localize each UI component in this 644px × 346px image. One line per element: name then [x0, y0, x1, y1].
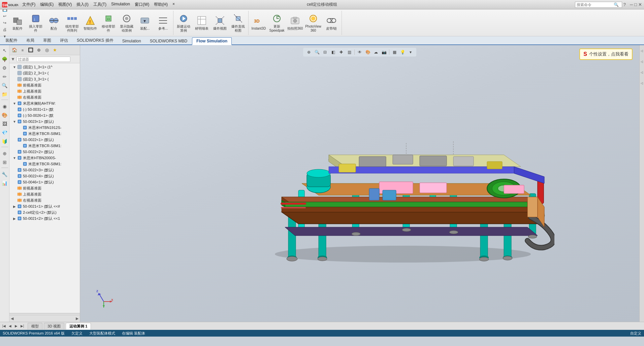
move-component-btn[interactable]: ↔ 移动零部件	[100, 12, 117, 34]
view-hide-show-btn[interactable]: 👁	[356, 48, 363, 56]
tree-tag-btn[interactable]: ⊕	[35, 46, 42, 54]
photoview-btn[interactable]: PhotoView 360	[304, 12, 322, 34]
tree-item[interactable]: 米思米HTBN1912S-	[9, 125, 80, 131]
filter-input[interactable]	[17, 57, 70, 62]
tree-item[interactable]: ▶50-0021<1> (默认 <<#	[9, 203, 80, 209]
view-camera-btn[interactable]: 📷	[380, 48, 388, 56]
help-icon[interactable]: ?	[623, 2, 626, 7]
tree-list-btn[interactable]: ≡	[19, 46, 26, 54]
nav-next[interactable]: ▶	[13, 323, 19, 329]
tab-layout[interactable]: 布局	[22, 37, 38, 44]
reference-btn[interactable]: 参考...	[154, 12, 172, 34]
status-custom[interactable]: 自定义	[630, 331, 641, 336]
menu-file[interactable]: 文件(F)	[20, 1, 37, 8]
minimize-btn[interactable]: ─	[630, 2, 633, 7]
sidebar-feature-tree[interactable]: 🌳	[1, 55, 9, 63]
view-zoom-prev-btn[interactable]: ⊟	[321, 48, 329, 56]
tree-scroll-left[interactable]: ◀	[11, 316, 13, 321]
redo-qa-btn[interactable]: ↪	[1, 20, 8, 26]
tab-evaluate[interactable]: 评估	[56, 37, 72, 44]
maximize-btn[interactable]: □	[634, 2, 637, 7]
belt-chain-btn[interactable]: 皮带/链	[323, 12, 340, 34]
tree-expand-arrow[interactable]: ▼	[12, 119, 17, 124]
view-orient-btn[interactable]: ⊕	[305, 48, 313, 56]
nav-first[interactable]: |◀	[1, 323, 7, 329]
nav-prev[interactable]: ◀	[7, 323, 13, 329]
search-input[interactable]	[577, 3, 614, 7]
view-lights-btn[interactable]: 💡	[399, 48, 406, 56]
insert-part-btn[interactable]: ↓ 插入零部件	[27, 12, 44, 34]
right-expand-btn2[interactable]: ◁	[640, 57, 644, 67]
popup-notification[interactable]: S 个性设置，点我看看	[579, 48, 633, 60]
instant3d-btn[interactable]: 3D Instant3D	[250, 12, 267, 34]
tree-item[interactable]: 2-cell定位<2> (默认)	[9, 209, 80, 215]
tree-filter-btn[interactable]: 🔲	[27, 46, 34, 54]
assembly-more-btn[interactable]: ▾ 装配...	[136, 12, 154, 34]
nav-last[interactable]: ▶|	[20, 323, 25, 329]
explode-view-btn[interactable]: 爆炸视图	[211, 12, 229, 34]
linear-pattern-btn[interactable]: 线性零部件阵列	[63, 12, 81, 34]
tree-item[interactable]: (-) 50-0031<1> (默	[9, 106, 80, 112]
tree-circle-btn[interactable]: ◎	[43, 46, 51, 54]
sidebar-appearances[interactable]: 💎	[1, 129, 9, 137]
tab-simulation[interactable]: Simulation	[118, 38, 145, 44]
tree-expand-arrow[interactable]: ▼	[12, 155, 17, 160]
tab-motion-study[interactable]: 运动算例 1	[66, 323, 91, 330]
tab-flow-simulation[interactable]: Flow Simulation	[192, 37, 232, 45]
right-expand-btn1[interactable]: ◁	[640, 46, 644, 56]
tree-scroll-right[interactable]: ▶	[76, 316, 78, 321]
tab-sw-addins[interactable]: SOLIDWORKS 插件	[73, 37, 118, 44]
tree-item[interactable]: ▼米思米HTBN2000S-	[9, 155, 80, 161]
close-btn[interactable]: ✕	[638, 2, 642, 7]
view-more-btn[interactable]: ▾	[407, 48, 414, 56]
bom-btn[interactable]: 材明细表	[193, 12, 211, 34]
view-appear-btn[interactable]: 🎨	[364, 48, 372, 56]
tree-item[interactable]: 前视基准面	[9, 82, 80, 88]
tab-sketch[interactable]: 草图	[39, 37, 55, 44]
sidebar-properties[interactable]: ⚙	[1, 64, 9, 72]
sidebar-folder[interactable]: 📁	[1, 90, 9, 98]
tree-expand-arrow[interactable]: ▼	[12, 65, 17, 69]
tree-expand-arrow[interactable]: ▼	[12, 101, 17, 106]
tab-sw-mbd[interactable]: SOLIDWORKS MBD	[146, 38, 191, 44]
tree-item[interactable]: 50-0022<1> (默认)	[9, 137, 80, 143]
mate-btn[interactable]: 配合	[45, 12, 63, 34]
tree-item[interactable]: 50-0022<4> (默认)	[9, 173, 80, 179]
new-motion-btn[interactable]: 新建运动算例	[175, 12, 192, 34]
tree-item[interactable]: 米思米TBCR-S8M1:	[9, 161, 80, 167]
sidebar-custom2[interactable]: ⊞	[1, 158, 9, 166]
3d-model[interactable]	[251, 99, 554, 268]
tree-item[interactable]: 米思米TBCR-S8M1:	[9, 131, 80, 137]
tree-item[interactable]: 50-0046<1> (默认)	[9, 179, 80, 185]
sidebar-search[interactable]: 🔍	[1, 81, 9, 90]
menu-window[interactable]: 窗口(W)	[133, 1, 151, 8]
right-expand-btn4[interactable]: ◁	[640, 78, 644, 88]
view-zoom-to-fit-btn[interactable]: 🔍	[313, 48, 321, 56]
menu-tools[interactable]: 工具(T)	[91, 1, 108, 8]
sidebar-cursor[interactable]: ↖	[1, 46, 9, 55]
menu-simulation[interactable]: Simulation	[109, 1, 132, 8]
search-icon[interactable]: 🔍	[614, 2, 619, 7]
menu-view[interactable]: 视图(V)	[56, 1, 74, 8]
tree-item[interactable]: 上视基准面	[9, 88, 80, 94]
tab-3d-view[interactable]: 3D 视图	[44, 323, 64, 330]
snapshot-btn[interactable]: 拍拍照360	[286, 12, 304, 34]
show-hide-btn[interactable]: 显示隐藏动算例	[118, 12, 135, 34]
3d-viewport[interactable]: ⊕ 🔍 ⊟ ◧ ✚ ▥ 👁 🎨 ☁ 📷 ▦ 💡 ▾ ⊟ ⊞ ⊡ ✕	[80, 45, 639, 322]
tree-item[interactable]: 右视基准面	[9, 197, 80, 203]
tree-item[interactable]: ▶50-0021<2> (默认 <<1	[9, 215, 80, 221]
right-expand-btn3[interactable]: ◁	[640, 67, 644, 77]
sidebar-custom1[interactable]: ⊕	[1, 149, 9, 158]
sidebar-decals[interactable]: 🔰	[1, 137, 9, 145]
print-qa-btn[interactable]: 🖨	[1, 26, 8, 33]
tree-item[interactable]: ▼米思米搁轮AHTFW:	[9, 100, 80, 106]
tree-item[interactable]: 50-0022<3> (默认)	[9, 167, 80, 173]
sidebar-sketch[interactable]: ✏	[1, 73, 9, 81]
view-display-btn[interactable]: ▥	[346, 48, 353, 56]
tree-item[interactable]: (-) 50-0026<1> (默	[9, 112, 80, 118]
menu-help[interactable]: 帮助(H)	[152, 1, 170, 8]
view-triad-btn[interactable]: ✚	[337, 48, 345, 56]
tree-item[interactable]: 前视基准面	[9, 185, 80, 191]
tree-item[interactable]: 右视基准面	[9, 94, 80, 100]
tree-item[interactable]: 上视基准面	[9, 191, 80, 197]
